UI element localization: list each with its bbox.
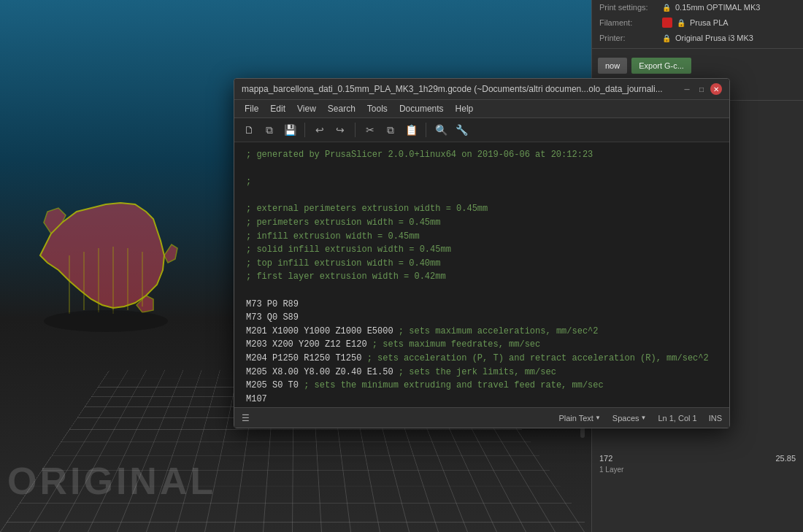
toolbar-copy-window-button[interactable]: ⧉ xyxy=(261,121,278,139)
code-content: ; generated by PrusaSlicer 2.0.0+linux64… xyxy=(234,148,729,407)
ins-label: INS xyxy=(709,414,722,423)
svg-point-6 xyxy=(44,310,168,332)
menu-bar: File Edit View Search Tools Documents He… xyxy=(234,100,729,118)
toolbar-save-button[interactable]: 💾 xyxy=(281,121,299,139)
code-line-18: M205 S0 T0 ; sets the minimum extruding … xyxy=(246,379,718,393)
menu-search[interactable]: Search xyxy=(323,102,360,115)
status-file-icon: ☰ xyxy=(242,413,250,423)
value-25: 25.85 xyxy=(775,454,796,463)
filament-row: Filament: 🔒 Prusa PLA xyxy=(592,15,803,31)
menu-file[interactable]: File xyxy=(240,102,263,115)
toolbar-cut-button[interactable]: ✂ xyxy=(361,121,379,139)
export-gcode-button[interactable]: Export G-c... xyxy=(631,58,691,74)
close-button[interactable]: ✕ xyxy=(710,83,722,95)
menu-tools[interactable]: Tools xyxy=(363,102,392,115)
filament-lock-icon: 🔒 xyxy=(677,19,685,27)
toolbar-redo-button[interactable]: ↪ xyxy=(331,121,349,139)
title-bar: mappa_barcellona_dati_0.15mm_PLA_MK3_1h2… xyxy=(234,79,729,100)
menu-help[interactable]: Help xyxy=(451,102,478,115)
print-settings-value: 0.15mm OPTIMAL MK3 xyxy=(675,3,760,12)
filament-color-dot xyxy=(662,18,672,28)
code-line-20: M115 U3.7.1 ; tell printer latest fw ver… xyxy=(246,406,718,407)
minimize-button[interactable]: ─ xyxy=(681,83,693,95)
code-line-5: ; external perimeters extrusion width = … xyxy=(246,202,718,216)
code-line-17: M205 X8.00 Y8.00 Z0.40 E1.50 ; sets the … xyxy=(246,366,718,379)
filament-label: Filament: xyxy=(599,18,658,27)
editor-title: mappa_barcellona_dati_0.15mm_PLA_MK3_1h2… xyxy=(242,84,681,94)
code-line-7: ; infill extrusion width = 0.45mm xyxy=(246,230,718,244)
toolbar-tools-button[interactable]: 🔧 xyxy=(453,121,470,139)
code-line-11 xyxy=(246,284,718,298)
code-line-19: M107 xyxy=(246,393,718,406)
layer-label: 1 Layer xyxy=(599,466,796,474)
toolbar-separator-2 xyxy=(355,123,356,137)
status-bar: ☰ Plain Text ▼ Spaces ▼ Ln 1, Col 1 INS xyxy=(234,407,729,428)
plain-text-selector[interactable]: Plain Text ▼ xyxy=(558,414,600,423)
status-middle: Plain Text ▼ Spaces ▼ Ln 1, Col 1 INS xyxy=(258,414,722,423)
maximize-button[interactable]: □ xyxy=(696,83,707,95)
code-line-13: M73 Q0 S89 xyxy=(246,311,718,325)
printer-value: Original Prusa i3 MK3 xyxy=(675,34,753,42)
code-line-12: M73 P0 R89 xyxy=(246,298,718,312)
code-area[interactable]: ; generated by PrusaSlicer 2.0.0+linux64… xyxy=(234,142,729,407)
filament-value: Prusa PLA xyxy=(690,18,729,27)
position-indicator: Ln 1, Col 1 xyxy=(658,414,696,423)
now-button[interactable]: now xyxy=(598,58,627,74)
menu-documents[interactable]: Documents xyxy=(395,102,448,115)
toolbar-undo-button[interactable]: ↩ xyxy=(311,121,328,139)
plain-text-label: Plain Text xyxy=(558,414,593,423)
toolbar-search-button[interactable]: 🔍 xyxy=(432,121,450,139)
toolbar-new-button[interactable]: 🗋 xyxy=(240,121,258,139)
printer-lock-icon: 🔒 xyxy=(662,34,671,42)
code-line-2 xyxy=(246,162,718,176)
toolbar-separator-1 xyxy=(304,123,305,137)
toolbar-separator-3 xyxy=(426,123,426,137)
toolbar: 🗋 ⧉ 💾 ↩ ↪ ✂ ⧉ 📋 🔍 🔧 xyxy=(234,118,729,142)
spaces-label: Spaces xyxy=(612,414,639,423)
code-line-6: ; perimeters extrusion width = 0.45mm xyxy=(246,216,718,230)
spaces-dropdown-arrow: ▼ xyxy=(641,415,647,421)
code-line-1: ; generated by PrusaSlicer 2.0.0+linux64… xyxy=(246,148,718,162)
code-line-14: M201 X1000 Y1000 Z1000 E5000 ; sets maxi… xyxy=(246,325,718,339)
print-settings-label: Print settings: xyxy=(599,3,658,12)
printer-row: Printer: 🔒 Original Prusa i3 MK3 xyxy=(592,31,803,45)
insert-mode: INS xyxy=(709,414,722,423)
position-label: Ln 1, Col 1 xyxy=(658,414,696,423)
panel-buttons: now Export G-c... xyxy=(592,52,803,80)
3d-model xyxy=(11,109,230,387)
lock-icon: 🔒 xyxy=(662,4,671,12)
code-line-16: M204 P1250 R1250 T1250 ; sets accelerati… xyxy=(246,352,718,366)
print-settings-row: Print settings: 🔒 0.15mm OPTIMAL MK3 xyxy=(592,0,803,15)
menu-edit[interactable]: Edit xyxy=(266,102,290,115)
code-line-9: ; top infill extrusion width = 0.40mm xyxy=(246,257,718,271)
code-line-15: M203 X200 Y200 Z12 E120 ; sets maximum f… xyxy=(246,338,718,352)
code-line-10: ; first layer extrusion width = 0.42mm xyxy=(246,270,718,284)
window-controls: ─ □ ✕ xyxy=(681,83,722,95)
panel-divider-1 xyxy=(592,48,803,49)
toolbar-paste-button[interactable]: 📋 xyxy=(402,121,420,139)
menu-view[interactable]: View xyxy=(293,102,320,115)
printer-label: Printer: xyxy=(599,34,658,42)
code-line-4 xyxy=(246,189,718,203)
status-left: ☰ xyxy=(242,413,250,423)
value-172: 172 xyxy=(599,454,612,463)
spaces-selector[interactable]: Spaces ▼ xyxy=(612,414,647,423)
plain-text-dropdown-arrow: ▼ xyxy=(595,415,601,421)
editor-window: mappa_barcellona_dati_0.15mm_PLA_MK3_1h2… xyxy=(234,78,730,428)
code-line-8: ; solid infill extrusion width = 0.45mm xyxy=(246,243,718,257)
code-line-3: ; xyxy=(246,175,718,189)
original-watermark: ORIGINAL xyxy=(7,459,216,503)
toolbar-copy-button[interactable]: ⧉ xyxy=(382,121,399,139)
